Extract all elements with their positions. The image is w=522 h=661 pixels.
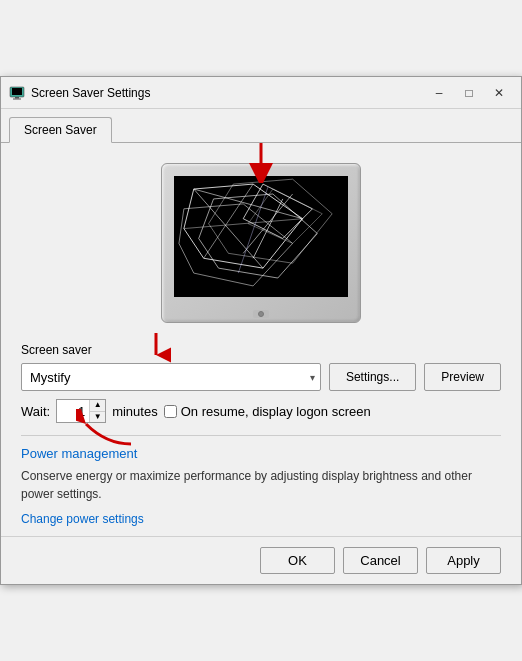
screen-saver-settings-window: Screen Saver Settings – □ ✕ Screen Saver: [0, 76, 522, 585]
minimize-button[interactable]: –: [425, 82, 453, 104]
main-content: Screen saver Mystify (None): [1, 143, 521, 536]
screensaver-section: Screen saver Mystify (None): [21, 343, 501, 423]
monitor-button: [258, 311, 264, 317]
preview-button[interactable]: Preview: [424, 363, 501, 391]
maximize-button[interactable]: □: [455, 82, 483, 104]
screensaver-preview: [174, 176, 348, 297]
tab-bar: Screen Saver: [1, 109, 521, 143]
red-arrow-down: [246, 143, 276, 183]
apply-button[interactable]: Apply: [426, 547, 501, 574]
preview-area: [21, 163, 501, 323]
svg-line-13: [243, 194, 292, 253]
red-arrow-to-wait: [76, 409, 136, 449]
svg-rect-2: [15, 97, 19, 99]
screensaver-controls-row: Mystify (None) 3D Text Blank Bubbles Pho…: [21, 363, 501, 391]
dialog-footer: OK Cancel Apply: [1, 536, 521, 584]
power-description: Conserve energy or maximize performance …: [21, 467, 501, 503]
red-arrow-to-dropdown: [141, 333, 171, 363]
screensaver-label: Screen saver: [21, 343, 501, 357]
screensaver-select-wrapper: Mystify (None) 3D Text Blank Bubbles Pho…: [21, 363, 321, 391]
cancel-button[interactable]: Cancel: [343, 547, 418, 574]
window-icon: [9, 85, 25, 101]
svg-line-9: [194, 189, 303, 219]
monitor-screen: [174, 176, 348, 297]
svg-line-8: [184, 219, 303, 229]
tab-screen-saver[interactable]: Screen Saver: [9, 117, 112, 143]
settings-button[interactable]: Settings...: [329, 363, 416, 391]
svg-line-6: [194, 189, 263, 268]
window-title: Screen Saver Settings: [31, 86, 425, 100]
change-power-settings-link[interactable]: Change power settings: [21, 512, 144, 526]
monitor-base: [253, 310, 269, 318]
ok-button[interactable]: OK: [260, 547, 335, 574]
svg-rect-3: [13, 98, 21, 99]
wait-label: Wait:: [21, 404, 50, 419]
resume-checkbox[interactable]: [164, 405, 177, 418]
title-bar-buttons: – □ ✕: [425, 82, 513, 104]
screensaver-dropdown[interactable]: Mystify (None) 3D Text Blank Bubbles Pho…: [21, 363, 321, 391]
svg-line-7: [204, 184, 253, 258]
svg-rect-1: [12, 88, 22, 95]
close-button[interactable]: ✕: [485, 82, 513, 104]
monitor-frame: [161, 163, 361, 323]
resume-checkbox-wrapper: On resume, display logon screen: [164, 404, 371, 419]
title-bar: Screen Saver Settings – □ ✕: [1, 77, 521, 109]
resume-label[interactable]: On resume, display logon screen: [181, 404, 371, 419]
